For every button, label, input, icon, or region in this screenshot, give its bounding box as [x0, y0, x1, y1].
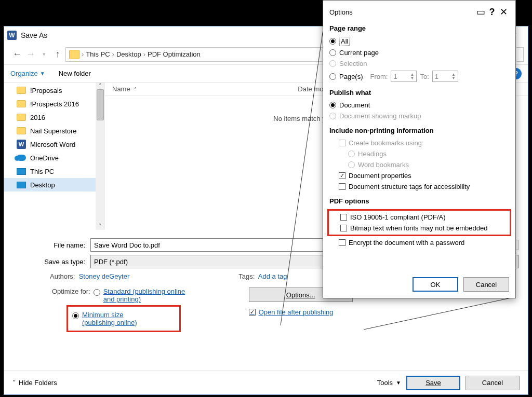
- nonprint-heading: Include non-printing information: [329, 127, 509, 134]
- chevron-down-icon: ▼: [396, 380, 401, 386]
- optimize-standard-radio[interactable]: [94, 289, 100, 296]
- tools-menu[interactable]: Tools ▼: [377, 379, 401, 387]
- document-label: Document: [339, 101, 370, 109]
- docstruct-label: Document structure tags for accessibilit…: [349, 183, 470, 190]
- markup-radio: [329, 113, 336, 119]
- docprops-checkbox[interactable]: ✓: [339, 172, 345, 179]
- back-icon[interactable]: ←: [11, 49, 23, 60]
- recent-caret-icon[interactable]: ▾: [38, 51, 50, 58]
- chevron-up-icon: ˄: [12, 379, 16, 386]
- open-after-checkbox[interactable]: ✓: [249, 309, 256, 316]
- new-folder-button[interactable]: New folder: [59, 70, 91, 77]
- pc-icon: [17, 168, 26, 175]
- savetype-label: Save as type:: [14, 258, 90, 266]
- organize-button[interactable]: Organize ▼: [10, 70, 45, 77]
- pages-label: Page(s): [339, 73, 363, 80]
- folder-icon: [17, 127, 26, 134]
- breadcrumb-item[interactable]: Desktop: [116, 50, 141, 58]
- current-page-radio[interactable]: [329, 49, 336, 56]
- tags-label: Tags:: [238, 272, 255, 280]
- sidebar-item-label: Nail Superstore: [30, 127, 77, 135]
- sidebar-item-label: OneDrive: [30, 154, 59, 162]
- sidebar-item--proposals[interactable]: !Proposals: [4, 84, 96, 97]
- save-button[interactable]: Save: [406, 376, 460, 390]
- saveas-title: Save As: [21, 31, 47, 39]
- selection-radio: [329, 60, 336, 67]
- from-spin[interactable]: 1 ▲▼: [391, 71, 417, 82]
- folder-tree: !Proposals!Prospects 20162016Nail Supers…: [4, 83, 96, 230]
- sidebar-item-onedrive[interactable]: OneDrive: [4, 151, 96, 165]
- sidebar-item-nail-superstore[interactable]: Nail Superstore: [4, 124, 96, 138]
- search-box[interactable]: [516, 47, 524, 62]
- optimize-label: Optimize for:: [52, 288, 90, 303]
- options-title: Options: [329, 8, 475, 16]
- sidebar-item-2016[interactable]: 2016: [4, 111, 96, 124]
- wordbm-label: Word bookmarks: [358, 161, 409, 169]
- authors-label: Authors:: [50, 272, 75, 280]
- cancel-button[interactable]: Cancel: [463, 277, 509, 292]
- close-icon[interactable]: ✕: [498, 6, 509, 18]
- dialog-settings-icon[interactable]: ▭: [475, 6, 486, 18]
- scroll-thumb[interactable]: [97, 89, 104, 120]
- scroll-up-icon[interactable]: ˄: [99, 83, 102, 89]
- saveas-bottom-bar: ˄ Hide Folders Tools ▼ Save Cancel: [4, 371, 528, 394]
- open-after-label: Open file after publishing: [259, 308, 334, 316]
- from-label: From:: [370, 73, 388, 80]
- cancel-button[interactable]: Cancel: [466, 376, 520, 390]
- all-label: All: [339, 37, 350, 46]
- ok-button[interactable]: OK: [413, 277, 458, 292]
- sidebar-item-this-pc[interactable]: This PC: [4, 165, 96, 178]
- pc-icon: [17, 182, 26, 188]
- authors-value[interactable]: Stoney deGeyter: [79, 272, 130, 280]
- breadcrumb-item[interactable]: This PC: [86, 50, 110, 58]
- organize-label: Organize: [10, 70, 38, 77]
- headings-label: Headings: [358, 150, 387, 158]
- tree-scrollbar[interactable]: ˄ ˅: [96, 83, 105, 230]
- onedrive-icon: [17, 155, 26, 161]
- optimize-standard-label: Standard (publishing online and printing…: [103, 288, 187, 303]
- savetype-value: PDF (*.pdf): [94, 258, 128, 266]
- chevron-down-icon: ▼: [40, 71, 45, 76]
- iso-checkbox[interactable]: [340, 214, 347, 221]
- tags-value[interactable]: Add a tag: [258, 272, 287, 280]
- bookmarks-label: Create bookmarks using:: [349, 139, 424, 147]
- to-spin[interactable]: 1 ▲▼: [432, 71, 458, 82]
- document-radio[interactable]: [329, 102, 336, 108]
- pages-radio[interactable]: [329, 73, 336, 80]
- up-icon[interactable]: ↑: [52, 49, 63, 60]
- folder-icon: [17, 100, 26, 107]
- word-app-icon: W: [7, 31, 17, 40]
- iso-label: ISO 19005-1 compliant (PDF/A): [350, 213, 446, 221]
- column-name[interactable]: Name ˄: [112, 85, 137, 93]
- bitmap-checkbox[interactable]: [340, 225, 347, 231]
- sidebar-item-label: Microsoft Word: [30, 141, 75, 148]
- sidebar-item-label: !Proposals: [30, 87, 62, 94]
- docstruct-checkbox[interactable]: [339, 183, 345, 190]
- sidebar-item--prospects-2016[interactable]: !Prospects 2016: [4, 97, 96, 111]
- help-icon[interactable]: ?: [486, 7, 498, 18]
- docprops-label: Document properties: [349, 172, 411, 180]
- folder-icon: [17, 114, 26, 121]
- current-page-label: Current page: [339, 49, 379, 57]
- sidebar-item-microsoft-word[interactable]: WMicrosoft Word: [4, 138, 96, 151]
- sidebar-item-desktop[interactable]: Desktop: [4, 178, 96, 191]
- optimize-minimum-radio[interactable]: [72, 312, 79, 319]
- bookmarks-checkbox: [339, 140, 345, 146]
- to-label: To:: [420, 73, 429, 80]
- headings-radio: [348, 150, 355, 157]
- hide-folders-button[interactable]: ˄ Hide Folders: [12, 379, 57, 387]
- options-dialog: Options ▭ ? ✕ Page range All Current pag…: [323, 0, 516, 298]
- folder-icon: [69, 50, 79, 59]
- optimize-minimum-highlight: Minimum size (publishing online): [66, 305, 181, 332]
- scroll-down-icon[interactable]: ˅: [99, 223, 102, 230]
- publish-heading: Publish what: [329, 89, 509, 97]
- optimize-minimum-label: Minimum size (publishing online): [82, 311, 137, 326]
- wordbm-radio: [348, 161, 355, 168]
- encrypt-checkbox[interactable]: [339, 239, 345, 246]
- encrypt-label: Encrypt the document with a password: [349, 239, 464, 247]
- pdfopt-heading: PDF options: [329, 197, 509, 205]
- bitmap-label: Bitmap text when fonts may not be embedd…: [350, 224, 488, 232]
- breadcrumb-item[interactable]: PDF Optimization: [148, 50, 201, 58]
- sidebar-item-label: 2016: [30, 114, 45, 121]
- all-radio[interactable]: [329, 38, 336, 45]
